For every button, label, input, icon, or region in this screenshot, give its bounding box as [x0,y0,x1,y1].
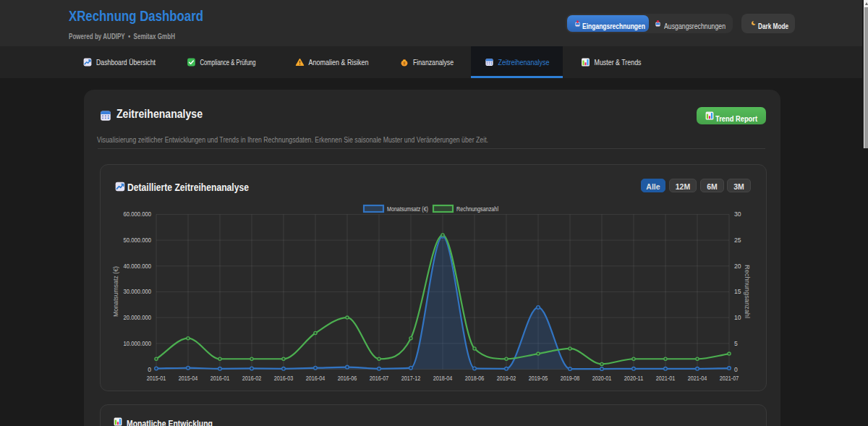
svg-text:2016-07: 2016-07 [370,375,389,382]
svg-text:10: 10 [734,314,741,321]
svg-text:Monatsumsatz (€): Monatsumsatz (€) [387,205,428,213]
svg-text:2020-01: 2020-01 [592,375,612,382]
svg-text:0: 0 [734,366,738,373]
svg-text:2019-08: 2019-08 [561,375,580,382]
svg-text:2016-06: 2016-06 [338,375,357,382]
svg-text:2016-04: 2016-04 [306,375,326,382]
svg-text:2020-11: 2020-11 [624,375,644,382]
svg-text:5: 5 [734,340,738,347]
svg-text:2019-05: 2019-05 [529,375,548,382]
svg-text:0: 0 [148,366,151,373]
svg-text:20: 20 [734,263,741,270]
svg-text:2021-04: 2021-04 [688,375,707,382]
svg-text:2018-04: 2018-04 [433,375,453,382]
svg-text:Monatsumsatz (€): Monatsumsatz (€) [112,266,119,317]
svg-text:2016-03: 2016-03 [274,375,294,382]
svg-text:2017-12: 2017-12 [401,375,421,382]
svg-text:2015-04: 2015-04 [179,375,198,382]
svg-text:20.000.000: 20.000.000 [124,314,152,321]
svg-text:30.000.000: 30.000.000 [124,288,152,295]
svg-text:2019-02: 2019-02 [497,375,516,382]
svg-text:60.000.000: 60.000.000 [124,210,152,218]
svg-text:2015-01: 2015-01 [147,375,166,382]
svg-text:2016-01: 2016-01 [210,375,230,382]
svg-text:2018-06: 2018-06 [465,375,485,382]
svg-text:30: 30 [734,210,741,218]
svg-text:2021-01: 2021-01 [656,375,676,382]
svg-text:2016-02: 2016-02 [242,375,262,382]
svg-text:15: 15 [734,288,741,295]
svg-text:Rechnungsanzahl: Rechnungsanzahl [744,265,751,318]
svg-text:Rechnungsanzahl: Rechnungsanzahl [456,205,498,213]
svg-text:10.000.000: 10.000.000 [124,340,152,347]
svg-text:25: 25 [734,237,741,244]
svg-text:2021-07: 2021-07 [720,375,739,382]
svg-text:50.000.000: 50.000.000 [124,237,152,244]
svg-text:40.000.000: 40.000.000 [124,263,152,270]
